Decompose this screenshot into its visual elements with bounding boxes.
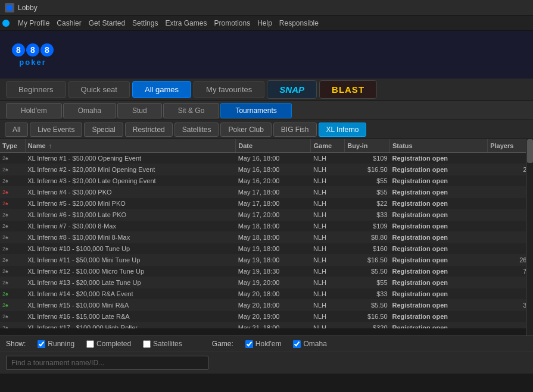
- tab-all-games[interactable]: All games: [132, 81, 191, 98]
- table-row[interactable]: 2♠ XL Inferno #3 - $20,000 Late Opening …: [0, 175, 533, 187]
- game-omaha-label[interactable]: Omaha: [293, 340, 326, 348]
- tab-my-favourites[interactable]: My favourites: [194, 81, 264, 98]
- logo-area: 8 8 8 poker: [0, 31, 533, 79]
- filter-completed-label[interactable]: Completed: [86, 340, 131, 348]
- tab-omaha[interactable]: Omaha: [63, 103, 116, 118]
- cell-name: XL Inferno #16 - $15,000 Late R&A: [25, 311, 236, 322]
- game-omaha-checkbox[interactable]: [293, 340, 301, 348]
- tab-tournaments[interactable]: Tournaments: [220, 103, 291, 118]
- table-row[interactable]: 2♠ XL Inferno #5 - $20,000 Mini PKO May …: [0, 198, 533, 209]
- menu-cashier[interactable]: Cashier: [57, 19, 81, 27]
- menu-promotions[interactable]: Promotions: [214, 19, 250, 27]
- col-header-name[interactable]: Name ↑: [25, 139, 236, 153]
- svg-rect-0: [7, 5, 13, 11]
- tournament-table: Type Name ↑ Date Game Buy-in Status Play…: [0, 139, 533, 328]
- tab-sitgo[interactable]: Sit & Go: [163, 103, 220, 118]
- filter-satellites-checkbox[interactable]: [143, 340, 151, 348]
- menu-help[interactable]: Help: [257, 19, 272, 27]
- cell-type: 2♠: [0, 198, 25, 209]
- cell-status: Registration open: [390, 266, 488, 277]
- filter-all[interactable]: All: [5, 123, 28, 137]
- tab-quick-seat[interactable]: Quick seat: [68, 81, 130, 98]
- col-header-status[interactable]: Status: [390, 139, 488, 153]
- table-row[interactable]: 2♠ XL Inferno #12 - $10,000 Micro Tune U…: [0, 266, 533, 277]
- cell-buyin: $16.50: [345, 311, 390, 322]
- game-label: Game:: [212, 340, 233, 348]
- table-row[interactable]: 2♠ XL Inferno #16 - $15,000 Late R&A May…: [0, 311, 533, 322]
- cell-type: 2♠: [0, 164, 25, 175]
- cell-game: NLH: [311, 255, 345, 266]
- cell-game: NLH: [311, 209, 345, 221]
- menu-extra-games[interactable]: Extra Games: [165, 19, 207, 27]
- table-row[interactable]: 2♠ XL Inferno #2 - $20,000 Mini Opening …: [0, 164, 533, 175]
- cell-status: Registration open: [390, 198, 488, 209]
- menu-settings[interactable]: Settings: [132, 19, 158, 27]
- cell-date: May 18, 18:00: [236, 221, 311, 232]
- table-row[interactable]: 2♠ XL Inferno #15 - $10,000 Mini R&A May…: [0, 300, 533, 311]
- tab-holdem[interactable]: Hold'em: [6, 103, 62, 118]
- tab-beginners[interactable]: Beginners: [6, 81, 66, 98]
- col-header-date[interactable]: Date: [236, 139, 311, 153]
- table-row[interactable]: 2♠ XL Inferno #8 - $10,000 Mini 8-Max Ma…: [0, 232, 533, 243]
- cell-game: NLH: [311, 300, 345, 311]
- cell-name: XL Inferno #13 - $20,000 Late Tune Up: [25, 277, 236, 288]
- table-row[interactable]: 2♠ XL Inferno #1 - $50,000 Opening Event…: [0, 153, 533, 164]
- filter-xl-inferno[interactable]: XL Inferno: [319, 123, 367, 137]
- game-holdem-checkbox[interactable]: [245, 340, 253, 348]
- show-label: Show:: [6, 340, 26, 348]
- cell-name: XL Inferno #3 - $20,000 Late Opening Eve…: [25, 175, 236, 187]
- cell-buyin: $33: [345, 209, 390, 221]
- cell-date: May 17, 18:00: [236, 187, 311, 198]
- cell-type: 2♠: [0, 209, 25, 221]
- tab-blast[interactable]: BLAST: [319, 80, 377, 99]
- cell-game: NLH: [311, 198, 345, 209]
- scrollbar-thumb[interactable]: [527, 139, 533, 163]
- filter-special[interactable]: Special: [84, 123, 123, 137]
- table-row[interactable]: 2♠ XL Inferno #17 - $100,000 High Roller…: [0, 322, 533, 329]
- table-row[interactable]: 2♠ XL Inferno #4 - $30,000 PKO May 17, 1…: [0, 187, 533, 198]
- filter-running-checkbox[interactable]: [38, 340, 45, 348]
- col-header-type[interactable]: Type: [0, 139, 25, 153]
- menu-my-profile[interactable]: My Profile: [18, 19, 49, 27]
- filter-running-label[interactable]: Running: [38, 340, 74, 348]
- filter-completed-checkbox[interactable]: [86, 340, 94, 348]
- cell-buyin: $8.80: [345, 232, 390, 243]
- cell-date: May 20, 18:00: [236, 300, 311, 311]
- tab-stud[interactable]: Stud: [117, 103, 162, 118]
- cell-status: Registration open: [390, 311, 488, 322]
- cell-name: XL Inferno #5 - $20,000 Mini PKO: [25, 198, 236, 209]
- col-header-buyin[interactable]: Buy-in: [345, 139, 390, 153]
- table-row[interactable]: 2♠ XL Inferno #14 - $20,000 R&A Event Ma…: [0, 288, 533, 300]
- filter-restricted[interactable]: Restricted: [125, 123, 173, 137]
- cell-name: XL Inferno #2 - $20,000 Mini Opening Eve…: [25, 164, 236, 175]
- table-row[interactable]: 2♠ XL Inferno #7 - $30,000 8-Max May 18,…: [0, 221, 533, 232]
- cell-type: 2♠: [0, 153, 25, 164]
- table-row[interactable]: 2♠ XL Inferno #10 - $100,000 Tune Up May…: [0, 243, 533, 255]
- filter-poker-club[interactable]: Poker Club: [220, 123, 271, 137]
- cell-type: 2♠: [0, 187, 25, 198]
- cell-type: 2♠: [0, 322, 25, 329]
- table-area: Type Name ↑ Date Game Buy-in Status Play…: [0, 139, 533, 335]
- menu-responsible[interactable]: Responsible: [279, 19, 319, 27]
- filter-live-events[interactable]: Live Events: [30, 123, 82, 137]
- cell-date: May 16, 18:00: [236, 164, 311, 175]
- cell-name: XL Inferno #17 - $100,000 High Roller: [25, 322, 236, 329]
- cell-date: May 21, 18:00: [236, 322, 311, 329]
- table-row[interactable]: 2♠ XL Inferno #13 - $20,000 Late Tune Up…: [0, 277, 533, 288]
- cell-name: XL Inferno #11 - $50,000 Mini Tune Up: [25, 255, 236, 266]
- cell-game: NLH: [311, 175, 345, 187]
- scrollbar[interactable]: [526, 139, 533, 335]
- logo-circles: 8 8 8: [12, 43, 54, 57]
- filter-big-fish[interactable]: BIG Fish: [273, 123, 317, 137]
- table-row[interactable]: 2♠ XL Inferno #6 - $10,000 Late PKO May …: [0, 209, 533, 221]
- table-row[interactable]: 2♠ XL Inferno #11 - $50,000 Mini Tune Up…: [0, 255, 533, 266]
- logo-circle-2: 8: [26, 43, 39, 57]
- game-holdem-label[interactable]: Hold'em: [245, 340, 282, 348]
- filter-satellites[interactable]: Satellites: [174, 123, 219, 137]
- col-header-game[interactable]: Game: [311, 139, 345, 153]
- menu-get-started[interactable]: Get Started: [89, 19, 125, 27]
- cell-type: 2♠: [0, 221, 25, 232]
- search-input[interactable]: [6, 356, 208, 370]
- filter-satellites-label[interactable]: Satellites: [143, 340, 182, 348]
- tab-snap[interactable]: SNAP: [267, 80, 317, 99]
